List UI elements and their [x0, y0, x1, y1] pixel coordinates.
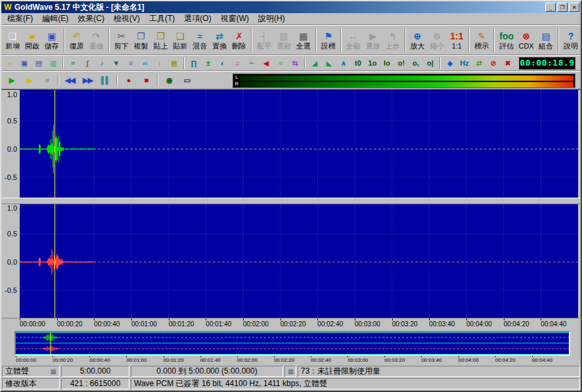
channel-separator[interactable] — [1, 198, 581, 204]
time-warp-icon[interactable]: ⇆ — [288, 56, 302, 70]
zoom-1ms-icon[interactable]: o| — [423, 56, 437, 70]
dynamics-icon[interactable]: ∫ — [80, 56, 95, 70]
control-properties-icon[interactable]: ☼ — [3, 56, 17, 70]
help-button[interactable]: ? 說明 — [561, 26, 581, 54]
window-horizontal-icon[interactable]: ▤ — [32, 56, 46, 70]
evaluate-button[interactable]: foo 評估 — [497, 26, 516, 54]
offset-icon[interactable]: ± — [201, 56, 215, 70]
overview-waveform[interactable] — [16, 332, 569, 355]
menu-item[interactable]: 效果(C) — [73, 12, 109, 25]
minimize-button[interactable]: _ — [545, 3, 556, 12]
zoom-selection-button[interactable]: ▶ 選放 — [363, 26, 383, 54]
cdx-button[interactable]: ⊗ CDX — [516, 26, 536, 54]
overview-strip[interactable] — [14, 331, 570, 356]
title-bar[interactable]: W GoldWave 5.17 中文化版 - [未命名1] _❐✕ — [1, 1, 581, 13]
menu-item[interactable]: 視窗(W) — [216, 12, 254, 25]
save-button[interactable]: ▣ 儲存 — [42, 26, 62, 54]
paste-button[interactable]: ❒ 貼上 — [150, 26, 170, 54]
fade-in-icon[interactable]: ◣ — [322, 56, 336, 70]
set-marker-button[interactable]: ⚑ 設標 — [319, 26, 338, 54]
rewind-button[interactable]: ◀◀ — [61, 73, 79, 87]
menu-bar: 檔案(F)編輯(E)效果(C)檢視(V)工具(T)選項(O)視窗(W)說明(H) — [1, 13, 581, 25]
play-button[interactable]: ▶ — [3, 73, 20, 87]
paste-new-button[interactable]: ❑ 貼新 — [170, 26, 190, 54]
zoom-1s-icon[interactable]: Io — [380, 56, 394, 70]
left-channel-waveform[interactable] — [20, 90, 578, 198]
doppler-icon[interactable]: ≈ — [66, 56, 80, 70]
select-all-button[interactable]: ▦ 全選 — [294, 26, 313, 54]
mix-button[interactable]: ≈ 混音 — [190, 26, 210, 54]
volume-shape-icon[interactable]: ∧ — [336, 56, 351, 70]
toolbar-button-icon: ▶ — [369, 30, 376, 42]
zoom-10ms-icon[interactable]: o, — [409, 56, 423, 70]
marker-button[interactable]: ✎ 標示 — [472, 26, 491, 54]
window-classic-icon[interactable]: ▣ — [17, 56, 32, 70]
menu-item[interactable]: 檢視(V) — [109, 12, 145, 25]
noise-reduction-icon[interactable]: ∏ — [187, 56, 201, 70]
toolbar-separator — [157, 74, 158, 86]
replace-button[interactable]: ⇄ 置換 — [210, 26, 229, 54]
pan-icon[interactable]: ◐ — [215, 56, 230, 70]
pause-button[interactable]: ▌▌ — [97, 73, 114, 87]
echo-icon[interactable]: ♪ — [95, 56, 109, 70]
mechanize-icon[interactable]: ▦ — [167, 56, 181, 70]
menu-item[interactable]: 說明(H) — [254, 12, 290, 25]
menu-item[interactable]: 工具(T) — [145, 12, 179, 25]
redo-button[interactable]: ↷ 重做 — [87, 26, 106, 54]
waveform-region[interactable]: 1.00.50.0-0.5 1.00.50.0-0.5 — [1, 89, 581, 318]
menu-item[interactable]: 編輯(E) — [37, 12, 73, 25]
menu-item[interactable]: 檔案(F) — [3, 12, 37, 25]
stop-playback-button[interactable]: ■ — [38, 73, 56, 87]
previous-zoom-button[interactable]: ↰ 上步 — [383, 26, 403, 54]
play-selection-button[interactable]: ▶ — [20, 73, 38, 87]
device-properties-button[interactable]: ▭ — [178, 73, 196, 87]
trim-button[interactable]: ┤ 配平 — [254, 26, 274, 54]
record-button[interactable]: ● — [120, 73, 137, 87]
monitor-off-icon[interactable]: ⊘ — [486, 56, 501, 70]
delete-button[interactable]: ✗ 刪除 — [229, 26, 249, 54]
open-button[interactable]: ▰ 開啟 — [22, 26, 42, 54]
fade-out-icon[interactable]: ◢ — [307, 56, 322, 70]
right-channel-waveform[interactable] — [20, 204, 578, 318]
new-button[interactable]: ❏ 新增 — [3, 26, 22, 54]
combine-button[interactable]: ▤ 組合 — [536, 26, 556, 54]
zoom-time-icon[interactable]: t0 — [351, 56, 365, 70]
filter-icon[interactable]: ▼ — [109, 56, 123, 70]
zoom-in-button[interactable]: ⊕ 放大 — [408, 26, 428, 54]
time-tick: 00:01:40 — [206, 318, 231, 328]
stop-record-button[interactable]: ■ — [137, 73, 155, 87]
smoother-icon[interactable]: ≈ — [273, 56, 288, 70]
exchange-icon[interactable]: ⇄ — [472, 56, 486, 70]
zoom-10s-icon[interactable]: 1o — [365, 56, 380, 70]
select-view-button[interactable]: ▥ 選顯 — [274, 26, 294, 54]
undo-button[interactable]: ↶ 復原 — [67, 26, 87, 54]
window-vertical-icon[interactable]: ▥ — [46, 56, 60, 70]
invert-icon[interactable]: ↕ — [152, 56, 167, 70]
tick-label: 00:01:00 — [126, 357, 146, 363]
show-all-button[interactable]: ↔ 全顯 — [344, 26, 363, 54]
toolbar-separator — [58, 74, 59, 86]
zoom-out-button[interactable]: ⊖ 縮小 — [427, 26, 447, 54]
restore-button[interactable]: ❐ — [557, 3, 568, 12]
close-button[interactable]: ✕ — [569, 3, 579, 12]
fast-forward-button[interactable]: ▶▶ — [79, 73, 97, 87]
record-mode-button[interactable]: ◉ — [160, 73, 178, 87]
zoom-01s-icon[interactable]: o! — [394, 56, 409, 70]
toolbar-button-icon: ↔ — [349, 30, 358, 42]
copy-button[interactable]: ❐ 複製 — [131, 26, 151, 54]
alarm-icon[interactable]: ✖ — [501, 56, 515, 70]
flanger-icon[interactable]: ∞ — [138, 56, 152, 70]
amplitude-label: 1.0 — [7, 204, 17, 212]
resample-icon[interactable]: ~ — [244, 56, 259, 70]
frequency-icon[interactable]: Hz — [457, 56, 472, 70]
cut-button[interactable]: ✂ 剪下 — [112, 26, 131, 54]
menu-item[interactable]: 選項(O) — [179, 12, 215, 25]
pitch-icon[interactable]: ♫ — [230, 56, 244, 70]
app-icon[interactable]: W — [3, 3, 13, 12]
effect-tool-icon: ♪ — [100, 59, 104, 67]
time-tick: 00:00:20 — [57, 318, 83, 328]
reverse-icon[interactable]: ◀ — [259, 56, 273, 70]
cue-point-icon[interactable]: ◆ — [443, 56, 457, 70]
zoom-1-1-button[interactable]: 1:1 1:1 — [447, 26, 466, 54]
equalizer-icon[interactable]: ≡ — [123, 56, 138, 70]
